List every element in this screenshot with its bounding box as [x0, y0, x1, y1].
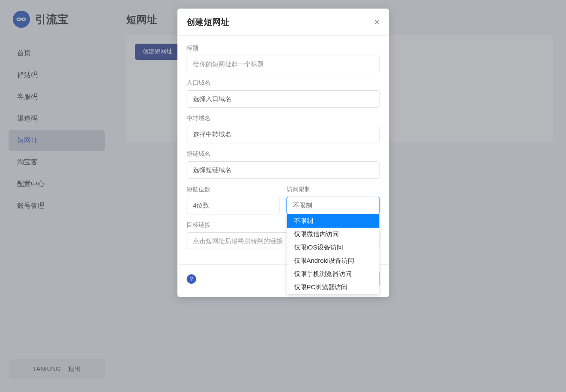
help-icon[interactable]: ?: [187, 274, 196, 284]
title-input[interactable]: [187, 56, 379, 72]
digits-label: 短链位数: [187, 186, 280, 193]
modal-header: 创建短网址 ×: [177, 9, 389, 36]
access-limit-dropdown: 不限制 仅限微信内访问 仅限iOS设备访问 仅限Android设备访问 仅限手机…: [287, 214, 380, 294]
short-domain-select[interactable]: 选择短链域名: [187, 161, 379, 179]
access-option-mobile-browser[interactable]: 仅限手机浏览器访问: [287, 267, 379, 281]
access-limit-label: 访问限制: [287, 186, 380, 193]
access-limit-select[interactable]: 不限制: [287, 197, 380, 214]
access-option-android[interactable]: 仅限Android设备访问: [287, 254, 379, 267]
digits-select[interactable]: 4位数: [187, 197, 280, 214]
close-icon[interactable]: ×: [374, 18, 379, 27]
modal-body: 标题 入口域名 选择入口域名 中转域名 选择中转域名 短链域名 选择短链域名 短…: [177, 36, 389, 260]
access-option-wechat[interactable]: 仅限微信内访问: [287, 228, 379, 241]
entry-domain-label: 入口域名: [187, 79, 379, 87]
relay-domain-label: 中转域名: [187, 115, 379, 122]
title-label: 标题: [187, 45, 379, 52]
relay-domain-select[interactable]: 选择中转域名: [187, 126, 379, 143]
access-option-ios[interactable]: 仅限iOS设备访问: [287, 241, 379, 254]
access-option-unlimited[interactable]: 不限制: [287, 214, 379, 228]
create-short-url-modal: 创建短网址 × 标题 入口域名 选择入口域名 中转域名 选择中转域名 短链域名 …: [177, 9, 389, 297]
entry-domain-select[interactable]: 选择入口域名: [187, 90, 379, 108]
short-domain-label: 短链域名: [187, 150, 379, 158]
access-option-pc-browser[interactable]: 仅限PC浏览器访问: [287, 281, 379, 294]
modal-title: 创建短网址: [187, 16, 229, 28]
